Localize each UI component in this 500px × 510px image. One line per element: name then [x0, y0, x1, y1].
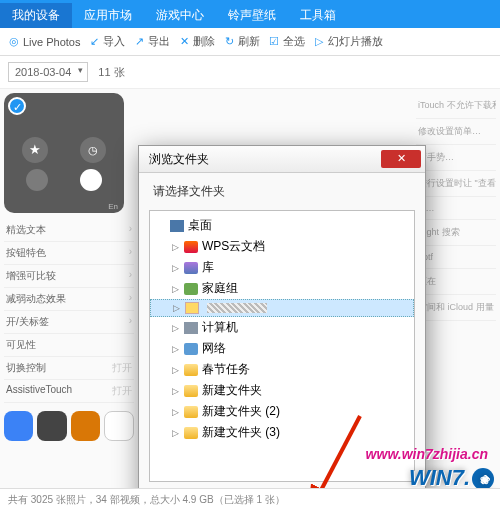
tab-market[interactable]: 应用市场: [72, 3, 144, 28]
tree-selected[interactable]: ▷: [150, 299, 414, 317]
import-icon: ↙: [88, 36, 100, 48]
wps-icon: [184, 241, 198, 253]
tab-ring[interactable]: 铃声壁纸: [216, 3, 288, 28]
tool-slideshow[interactable]: ▷幻灯片播放: [313, 34, 383, 49]
folder-icon: [184, 427, 198, 439]
homegroup-icon: [184, 283, 198, 295]
tab-tools[interactable]: 工具箱: [288, 3, 348, 28]
tool-import[interactable]: ↙导入: [88, 34, 125, 49]
tab-device[interactable]: 我的设备: [0, 3, 72, 28]
tree-folder[interactable]: ▷新建文件夹 (2): [150, 401, 414, 422]
tree-folder[interactable]: ▷新建文件夹 (3): [150, 422, 414, 443]
tree-desktop[interactable]: 桌面: [150, 215, 414, 236]
date-dropdown[interactable]: 2018-03-04: [8, 62, 88, 82]
folder-tree[interactable]: 桌面 ▷WPS云文档 ▷库 ▷家庭组 ▷ ▷计算机 ▷网络 ▷春节任务 ▷新建文…: [149, 210, 415, 482]
dialog-prompt: 请选择文件夹: [139, 173, 425, 206]
tree-homegroup[interactable]: ▷家庭组: [150, 278, 414, 299]
export-icon: ↗: [133, 36, 145, 48]
selectall-icon: ☑: [268, 36, 280, 48]
toolbar: ◎Live Photos ↙导入 ↗导出 ✕删除 ↻刷新 ☑全选 ▷幻灯片播放: [0, 28, 500, 56]
desktop-icon: [170, 220, 184, 232]
play-icon: ▷: [313, 36, 325, 48]
tree-library[interactable]: ▷库: [150, 257, 414, 278]
user-folder-icon: [185, 302, 199, 314]
photo-count: 11 张: [98, 65, 124, 80]
tool-delete[interactable]: ✕删除: [178, 34, 215, 49]
watermark-url: www.win7zhijia.cn: [366, 446, 488, 462]
dialog-titlebar: 浏览文件夹 ✕: [139, 146, 425, 173]
delete-icon: ✕: [178, 36, 190, 48]
folder-icon: [184, 385, 198, 397]
tree-wps[interactable]: ▷WPS云文档: [150, 236, 414, 257]
tree-computer[interactable]: ▷计算机: [150, 317, 414, 338]
tree-network[interactable]: ▷网络: [150, 338, 414, 359]
refresh-icon: ↻: [223, 36, 235, 48]
tool-selectall[interactable]: ☑全选: [268, 34, 305, 49]
tree-folder[interactable]: ▷新建文件夹: [150, 380, 414, 401]
tab-game[interactable]: 游戏中心: [144, 3, 216, 28]
network-icon: [184, 343, 198, 355]
folder-icon: [184, 364, 198, 376]
top-tabs: 我的设备 应用市场 游戏中心 铃声壁纸 工具箱: [0, 0, 500, 28]
tool-livephotos[interactable]: ◎Live Photos: [8, 36, 80, 48]
folder-icon: [184, 406, 198, 418]
dialog-title: 浏览文件夹: [149, 151, 209, 168]
tree-folder[interactable]: ▷春节任务: [150, 359, 414, 380]
live-icon: ◎: [8, 36, 20, 48]
library-icon: [184, 262, 198, 274]
filter-bar: 2018-03-04 11 张: [0, 56, 500, 89]
computer-icon: [184, 322, 198, 334]
tool-refresh[interactable]: ↻刷新: [223, 34, 260, 49]
close-button[interactable]: ✕: [381, 150, 421, 168]
tool-export[interactable]: ↗导出: [133, 34, 170, 49]
status-bar: 共有 3025 张照片，34 部视频，总大小 4.9 GB（已选择 1 张）: [0, 488, 500, 510]
